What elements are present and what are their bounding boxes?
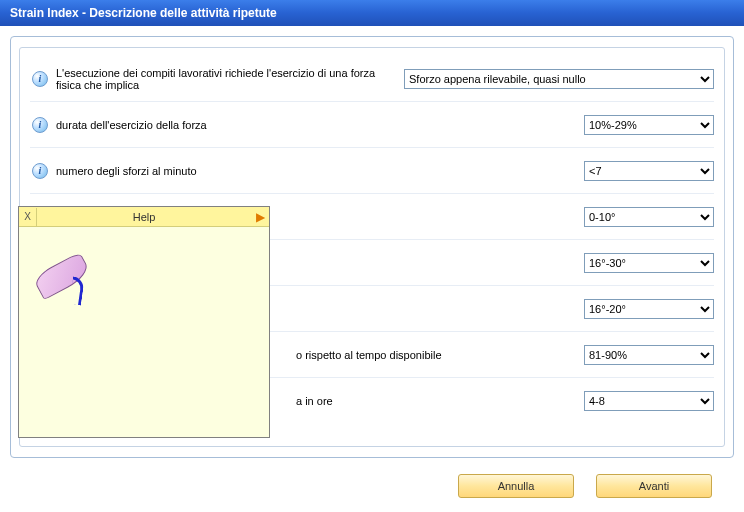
row-label: L'esecuzione dei compiti lavorativi rich… bbox=[56, 67, 404, 91]
window-title: Strain Index - Descrizione delle attivit… bbox=[10, 6, 277, 20]
select-ore[interactable]: 4-8 bbox=[584, 391, 714, 411]
select-durata[interactable]: 10%-29% bbox=[584, 115, 714, 135]
info-icon[interactable]: i bbox=[32, 117, 48, 133]
row-3: i numero degli sforzi al minuto <7 bbox=[30, 148, 714, 194]
next-button[interactable]: Avanti bbox=[596, 474, 712, 498]
cancel-button[interactable]: Annulla bbox=[458, 474, 574, 498]
select-angle-a[interactable]: 0-10° bbox=[584, 207, 714, 227]
help-title: Help bbox=[37, 211, 251, 223]
row-2: i durata dell'esercizio della forza 10%-… bbox=[30, 102, 714, 148]
info-icon[interactable]: i bbox=[32, 71, 48, 87]
window-titlebar: Strain Index - Descrizione delle attivit… bbox=[0, 0, 744, 26]
row-label: numero degli sforzi al minuto bbox=[56, 165, 584, 177]
row-label: durata dell'esercizio della forza bbox=[56, 119, 584, 131]
help-illustration-icon bbox=[35, 251, 99, 305]
help-body bbox=[19, 227, 269, 437]
close-icon[interactable]: X bbox=[19, 208, 37, 226]
select-sforzo[interactable]: Sforzo appena rilevabile, quasi nullo bbox=[404, 69, 714, 89]
select-percent[interactable]: 81-90% bbox=[584, 345, 714, 365]
arrow-right-icon[interactable]: ▶ bbox=[251, 210, 269, 224]
help-header: X Help ▶ bbox=[19, 207, 269, 227]
row-1: i L'esecuzione dei compiti lavorativi ri… bbox=[30, 56, 714, 102]
select-angle-b[interactable]: 16°-30° bbox=[584, 253, 714, 273]
help-popup: X Help ▶ bbox=[18, 206, 270, 438]
button-bar: Annulla Avanti bbox=[458, 474, 712, 498]
select-numero-sforzi[interactable]: <7 bbox=[584, 161, 714, 181]
select-angle-c[interactable]: 16°-20° bbox=[584, 299, 714, 319]
info-icon[interactable]: i bbox=[32, 163, 48, 179]
